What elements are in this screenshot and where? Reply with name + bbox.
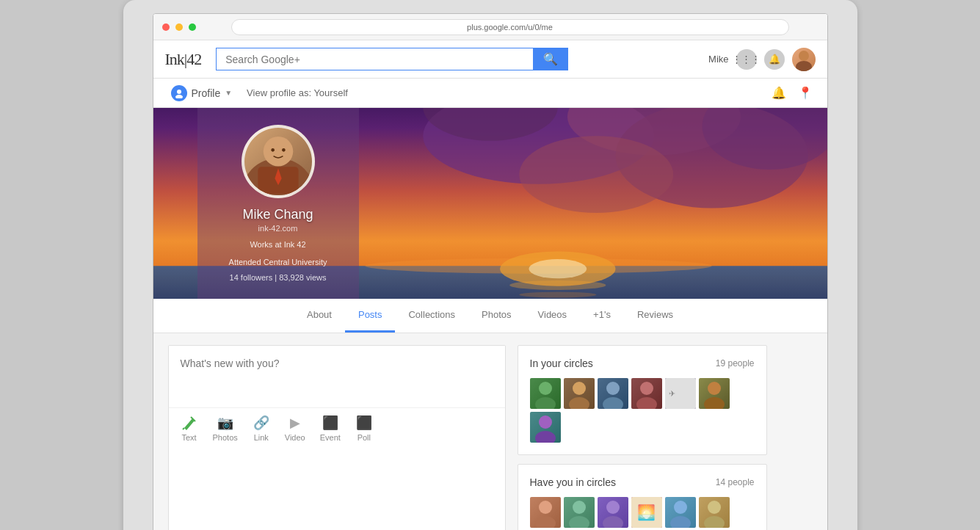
circle-avatar[interactable] [699,497,730,528]
have-circles-count: 14 people [716,477,755,487]
post-textarea[interactable] [169,346,505,404]
apps-icon: ⋮⋮⋮ [732,54,761,65]
profile-avatar [242,125,315,198]
tab-plusones[interactable]: +1's [580,299,624,333]
poll-icon: ⬛ [355,414,373,432]
svg-point-44 [606,501,620,514]
svg-point-39 [535,431,556,443]
post-photo-action[interactable]: 📷 Photos [213,414,238,442]
browser-address-bar[interactable]: plus.google.com/u/0/me [231,19,789,35]
video-label: Video [285,433,305,442]
circle-avatar[interactable] [530,497,561,528]
in-your-circles-card: In your circles 19 people [518,345,767,455]
profile-nav-label: Profile [192,87,221,99]
circle-avatar[interactable] [564,497,595,528]
have-circles-header: Have you in circles 14 people [530,476,755,488]
location-icon[interactable]: 📍 [795,83,816,104]
circle-avatar[interactable] [699,378,730,409]
svg-text:🌅: 🌅 [637,504,656,521]
search-input[interactable] [216,48,533,70]
search-button[interactable]: 🔍 [533,48,568,70]
camera-icon: 📷 [217,414,234,432]
circle-avatar[interactable]: 🌅 [631,497,662,528]
have-circles-avatars: 🌅 [530,497,755,530]
photos-label: Photos [213,433,238,442]
grid-apps-icon[interactable]: ⋮⋮⋮ [736,49,757,70]
circle-avatar[interactable] [564,378,595,409]
svg-point-2 [177,90,181,94]
svg-point-29 [569,397,589,409]
browser-close-btn[interactable] [162,23,170,31]
svg-point-42 [573,501,586,514]
svg-point-41 [535,516,556,528]
tab-reviews[interactable]: Reviews [624,299,686,333]
post-event-action[interactable]: ⬛ Event [320,414,341,442]
cover-section: Mike Chang ink-42.com Works at Ink 42 At… [153,108,827,299]
profile-tabs: About Posts Collections Photos Videos +1… [153,299,827,333]
notifications-icon[interactable]: 🔔 [764,49,785,70]
post-link-action[interactable]: 🔗 Link [253,414,270,442]
tab-collections[interactable]: Collections [395,299,468,333]
header-right: Mike ⋮⋮⋮ 🔔 [708,48,815,71]
post-text-action[interactable]: Text [181,414,198,442]
bell-subheader-icon[interactable]: 🔔 [769,83,789,104]
circle-avatar[interactable] [598,378,628,409]
svg-point-31 [603,397,623,409]
profile-attended: Attended Central University [229,256,327,269]
app-logo: Ink|42 [165,50,202,69]
svg-point-3 [175,95,183,98]
link-label: Link [254,433,269,442]
svg-point-30 [606,382,620,395]
link-icon: 🔗 [253,414,270,432]
tab-posts[interactable]: Posts [345,299,396,333]
have-you-in-circles-card: Have you in circles 14 people [518,464,767,530]
post-poll-action[interactable]: ⬛ Poll [355,414,373,442]
svg-point-32 [640,382,653,395]
tab-about[interactable]: About [294,299,345,333]
svg-point-28 [573,382,586,395]
text-icon [181,414,198,432]
svg-point-0 [799,51,809,61]
circle-avatar[interactable] [530,412,561,443]
have-circles-title: Have you in circles [530,476,617,488]
circle-avatar[interactable] [530,378,561,409]
avatar-svg [792,48,816,71]
svg-point-27 [535,397,556,409]
laptop-container: plus.google.com/u/0/me Ink|42 🔍 Mike ⋮⋮⋮ [123,0,857,530]
svg-point-50 [708,501,721,514]
tab-videos[interactable]: Videos [525,299,581,333]
in-circles-count: 19 people [716,358,755,369]
svg-point-23 [282,148,286,152]
svg-point-19 [263,137,292,166]
browser-maximize-btn[interactable] [189,23,196,31]
profile-info-overlay: Mike Chang ink-42.com Works at Ink 42 At… [197,108,359,299]
svg-point-51 [704,516,725,528]
text-label: Text [181,433,196,442]
person-icon [171,85,187,101]
screen: plus.google.com/u/0/me Ink|42 🔍 Mike ⋮⋮⋮ [153,13,828,530]
user-avatar[interactable] [792,48,816,71]
profile-nav-button[interactable]: Profile ▼ [165,82,239,104]
circle-avatar[interactable] [665,497,696,528]
circle-avatar[interactable] [598,497,628,528]
cover-image: Mike Chang ink-42.com Works at Ink 42 At… [153,108,827,299]
svg-point-10 [519,136,673,213]
svg-point-45 [603,516,623,528]
circle-avatar[interactable]: ✈ [665,378,696,409]
tab-photos[interactable]: Photos [468,299,524,333]
post-box: Text 📷 Photos 🔗 Link ▶ Video [168,345,506,530]
profile-stats: 14 followers | 83,928 views [230,273,327,282]
browser-minimize-btn[interactable] [175,23,183,31]
post-video-action[interactable]: ▶ Video [285,414,305,442]
profile-name: Mike Chang [242,207,313,222]
circle-avatar[interactable] [631,378,662,409]
svg-line-25 [183,428,184,429]
svg-point-1 [796,61,812,71]
view-profile-text[interactable]: View profile as: Yourself [247,87,348,98]
main-content: Text 📷 Photos 🔗 Link ▶ Video [153,333,827,530]
event-icon: ⬛ [322,414,339,432]
screen-bezel: plus.google.com/u/0/me Ink|42 🔍 Mike ⋮⋮⋮ [123,0,857,530]
post-actions: Text 📷 Photos 🔗 Link ▶ Video [169,407,505,448]
browser-topbar: plus.google.com/u/0/me [153,14,827,40]
search-bar: 🔍 [216,48,568,70]
